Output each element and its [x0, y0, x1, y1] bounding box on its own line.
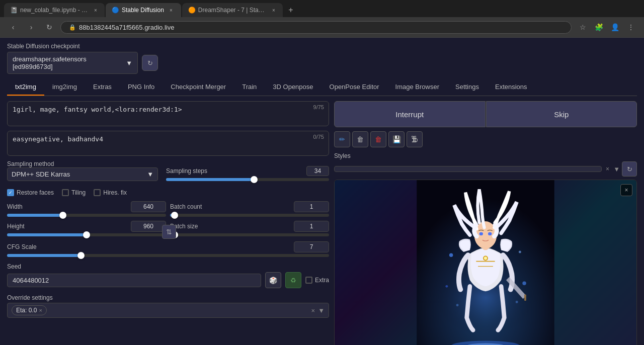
extra-checkbox-box	[305, 277, 312, 284]
tab-label-colab: new_colab_file.ipynb - Colabora...	[20, 7, 90, 14]
cfg-slider-thumb	[77, 252, 85, 259]
bookmark-icon[interactable]: ☆	[576, 20, 590, 34]
seed-dice-button[interactable]: 🎲	[265, 272, 281, 288]
batch-size-slider[interactable]	[170, 233, 329, 236]
seed-row: 🎲 ♻ Extra	[7, 272, 329, 288]
nav-tabs: txt2img img2img Extras PNG Info Checkpoi…	[7, 79, 637, 96]
override-input-wrapper[interactable]: Eta: 0.0 × × ▼	[7, 303, 329, 318]
tiling-checkbox[interactable]: Tiling	[62, 189, 86, 196]
style-zip-button[interactable]: 🗜	[407, 131, 423, 147]
tab-dreamshaper[interactable]: 🟠 DreamShaper - 7 | Stable Diffusio... ×	[182, 3, 283, 17]
styles-input[interactable]	[334, 166, 602, 172]
left-panel: 9/75 0/75 Sampling method DPM++ SDE Karr…	[7, 101, 329, 345]
profile-icon[interactable]: 👤	[608, 20, 622, 34]
extra-checkbox[interactable]: Extra	[305, 277, 329, 284]
url-bar[interactable]: 🔒 88b1382445a71f5665.gradio.live	[60, 21, 572, 34]
tab-colab[interactable]: 📓 new_colab_file.ipynb - Colabora... ×	[4, 3, 105, 17]
styles-arrow-icon: ▼	[613, 165, 620, 173]
tab-pnginfo[interactable]: PNG Info	[120, 79, 163, 96]
back-button[interactable]: ‹	[6, 20, 20, 34]
checkpoint-dropdown[interactable]: dreamshaper.safetensors [ed989d673d] ▼	[7, 52, 138, 74]
tab-checkpoint-merger[interactable]: Checkpoint Merger	[163, 79, 234, 96]
restore-faces-checkbox-box: ✓	[7, 189, 14, 196]
sampling-steps-slider[interactable]	[166, 178, 329, 181]
tab-close-colab[interactable]: ×	[93, 6, 99, 14]
new-tab-button[interactable]: +	[284, 3, 298, 17]
negative-prompt-input[interactable]	[7, 131, 329, 156]
cfg-slider[interactable]	[7, 254, 329, 257]
image-area: ×	[334, 180, 637, 345]
style-delete-button[interactable]: 🗑	[370, 131, 386, 147]
cfg-slider-track	[7, 254, 81, 257]
forward-button[interactable]: ›	[24, 20, 38, 34]
tab-image-browser[interactable]: Image Browser	[387, 79, 447, 96]
seed-input[interactable]	[7, 274, 261, 287]
positive-prompt-wrapper: 9/75	[7, 101, 329, 128]
sampling-method-label: Sampling method	[7, 160, 158, 167]
sampling-steps-label: Sampling steps	[166, 167, 207, 175]
interrupt-button[interactable]: Interrupt	[334, 101, 486, 127]
tab-3d-openpose[interactable]: 3D Openpose	[265, 79, 321, 96]
styles-refresh-button[interactable]: ↻	[622, 161, 637, 177]
swap-dimensions-button[interactable]: ⇅	[162, 225, 176, 239]
sampling-steps-value[interactable]: 34	[306, 166, 329, 176]
width-col: Width	[7, 201, 166, 217]
sampling-steps-track	[166, 178, 254, 181]
batch-count-slider[interactable]	[170, 214, 329, 217]
tiling-checkbox-box	[62, 189, 69, 196]
tab-close-sd[interactable]: ×	[167, 6, 175, 14]
menu-icon[interactable]: ⋮	[624, 20, 638, 34]
width-slider[interactable]	[7, 214, 166, 217]
tab-extensions[interactable]: Extensions	[487, 79, 535, 96]
checkpoint-refresh-button[interactable]: ↻	[142, 55, 158, 71]
lock-icon: 🔒	[69, 24, 76, 31]
style-trash-button[interactable]: 🗑	[352, 131, 368, 147]
tab-close-ds[interactable]: ×	[271, 6, 277, 14]
height-slider[interactable]	[7, 233, 166, 236]
restore-faces-checkbox[interactable]: ✓ Restore faces	[7, 189, 54, 196]
tab-img2img[interactable]: img2img	[44, 79, 85, 96]
svg-point-10	[449, 253, 453, 256]
height-slider-track	[7, 233, 87, 236]
cfg-input[interactable]	[294, 241, 329, 252]
tab-txt2img[interactable]: txt2img	[7, 79, 44, 96]
image-close-button[interactable]: ×	[620, 184, 632, 196]
tab-openpose-editor[interactable]: OpenPose Editor	[321, 79, 387, 96]
override-tag-close-button[interactable]: ×	[39, 307, 42, 313]
styles-label: Styles	[334, 152, 637, 159]
sampling-method-dropdown[interactable]: DPM++ SDE Karras ▼	[7, 167, 158, 181]
styles-clear-button[interactable]: ×	[604, 164, 611, 174]
tab-stable-diffusion[interactable]: 🔵 Stable Diffusion ×	[106, 3, 181, 17]
right-panel: Interrupt Skip ✏ 🗑 🗑 💾 🗜	[334, 101, 637, 345]
style-save-button[interactable]: 💾	[388, 131, 405, 147]
refresh-page-button[interactable]: ↻	[42, 20, 56, 34]
batch-size-input[interactable]	[294, 221, 329, 232]
override-label: Override settings	[7, 294, 329, 301]
styles-section: Styles × ▼ ↻	[334, 152, 637, 177]
height-input[interactable]	[131, 221, 166, 232]
tab-train[interactable]: Train	[234, 79, 265, 96]
tab-favicon-colab: 📓	[10, 7, 17, 14]
positive-prompt-counter: 9/75	[313, 104, 324, 110]
hires-fix-checkbox[interactable]: Hires. fix	[94, 189, 127, 196]
sampling-method-value: DPM++ SDE Karras	[12, 170, 70, 178]
main-layout: 9/75 0/75 Sampling method DPM++ SDE Karr…	[7, 101, 637, 345]
skip-button[interactable]: Skip	[486, 101, 637, 127]
svg-point-13	[522, 281, 526, 285]
svg-point-12	[445, 285, 448, 288]
sampling-steps-thumb	[251, 176, 258, 183]
extensions-icon[interactable]: 🧩	[592, 20, 606, 34]
dimensions-grid: Width Batch count	[7, 201, 329, 236]
positive-prompt-input[interactable]	[7, 101, 329, 126]
override-clear-icon[interactable]: ×	[311, 307, 315, 314]
batch-count-input[interactable]	[294, 201, 329, 212]
style-pencil-button[interactable]: ✏	[334, 131, 350, 147]
batch-count-label: Batch count	[170, 203, 202, 210]
width-input[interactable]	[131, 201, 166, 212]
tab-extras[interactable]: Extras	[85, 79, 120, 96]
recycle-icon: ♻	[290, 277, 296, 284]
styles-input-row: × ▼ ↻	[334, 161, 637, 177]
sampling-steps-col: Sampling steps 34	[166, 166, 329, 181]
seed-recycle-button[interactable]: ♻	[285, 272, 301, 288]
tab-settings[interactable]: Settings	[447, 79, 487, 96]
